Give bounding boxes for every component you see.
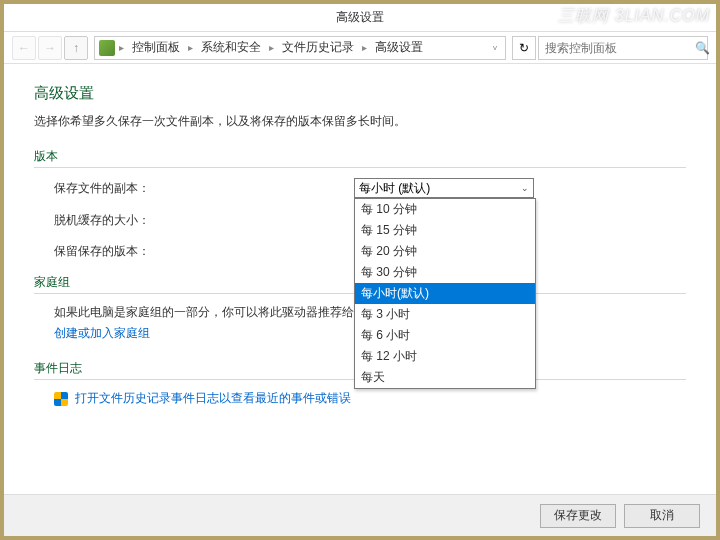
search-icon: 🔍 (695, 41, 710, 55)
dropdown-option[interactable]: 每 10 分钟 (355, 199, 535, 220)
chevron-down-icon[interactable]: v (489, 43, 501, 52)
save-button[interactable]: 保存更改 (540, 504, 616, 528)
search-box[interactable]: 🔍 (538, 36, 708, 60)
field-label: 脱机缓存的大小： (54, 212, 354, 229)
arrow-left-icon: ← (18, 41, 30, 55)
refresh-button[interactable]: ↻ (512, 36, 536, 60)
footer: 保存更改 取消 (4, 494, 716, 536)
dropdown-option[interactable]: 每 12 小时 (355, 346, 535, 367)
dropdown-option[interactable]: 每 15 分钟 (355, 220, 535, 241)
homegroup-link[interactable]: 创建或加入家庭组 (54, 326, 150, 340)
back-button[interactable]: ← (12, 36, 36, 60)
breadcrumb[interactable]: ▸ 控制面板 ▸ 系统和安全 ▸ 文件历史记录 ▸ 高级设置 v (94, 36, 506, 60)
dropdown-option[interactable]: 每 6 小时 (355, 325, 535, 346)
eventlog-link[interactable]: 打开文件历史记录事件日志以查看最近的事件或错误 (75, 391, 351, 405)
dropdown-list: 每 10 分钟 每 15 分钟 每 20 分钟 每 30 分钟 每小时(默认) … (354, 198, 536, 389)
forward-button[interactable]: → (38, 36, 62, 60)
breadcrumb-item[interactable]: 文件历史记录 (278, 37, 358, 58)
breadcrumb-item[interactable]: 系统和安全 (197, 37, 265, 58)
combobox-value: 每小时 (默认) (359, 180, 430, 197)
window-title: 高级设置 (336, 9, 384, 26)
chevron-right-icon: ▸ (267, 42, 276, 53)
content-area: 高级设置 选择你希望多久保存一次文件副本，以及将保存的版本保留多长时间。 版本 … (4, 64, 716, 494)
dropdown-option[interactable]: 每 3 小时 (355, 304, 535, 325)
save-copies-combobox[interactable]: 每小时 (默认) ⌄ 每 10 分钟 每 15 分钟 每 20 分钟 每 30 … (354, 178, 534, 198)
arrow-right-icon: → (44, 41, 56, 55)
up-button[interactable]: ↑ (64, 36, 88, 60)
window: 高级设置 ← → ↑ ▸ 控制面板 ▸ 系统和安全 ▸ 文件历史记录 ▸ 高级设… (4, 4, 716, 536)
search-input[interactable] (545, 41, 695, 55)
dropdown-option-selected[interactable]: 每小时(默认) (355, 283, 535, 304)
chevron-right-icon: ▸ (117, 42, 126, 53)
cancel-button[interactable]: 取消 (624, 504, 700, 528)
field-label: 保存文件的副本： (54, 180, 354, 197)
dropdown-option[interactable]: 每天 (355, 367, 535, 388)
page-description: 选择你希望多久保存一次文件副本，以及将保存的版本保留多长时间。 (34, 113, 686, 130)
shield-icon (54, 392, 68, 406)
watermark-text: 三联网 3LIAN.COM (558, 6, 710, 27)
arrow-up-icon: ↑ (73, 41, 79, 55)
breadcrumb-item[interactable]: 高级设置 (371, 37, 427, 58)
dropdown-option[interactable]: 每 20 分钟 (355, 241, 535, 262)
breadcrumb-item[interactable]: 控制面板 (128, 37, 184, 58)
control-panel-icon (99, 40, 115, 56)
chevron-right-icon: ▸ (186, 42, 195, 53)
chevron-down-icon: ⌄ (521, 183, 529, 193)
field-save-copies: 保存文件的副本： 每小时 (默认) ⌄ 每 10 分钟 每 15 分钟 每 20… (54, 178, 686, 198)
dropdown-option[interactable]: 每 30 分钟 (355, 262, 535, 283)
section-header-versions: 版本 (34, 148, 686, 168)
refresh-icon: ↻ (519, 41, 529, 55)
section-body-eventlog: 打开文件历史记录事件日志以查看最近的事件或错误 (54, 390, 686, 407)
field-label: 保留保存的版本： (54, 243, 354, 260)
page-title: 高级设置 (34, 84, 686, 103)
chevron-right-icon: ▸ (360, 42, 369, 53)
navbar: ← → ↑ ▸ 控制面板 ▸ 系统和安全 ▸ 文件历史记录 ▸ 高级设置 v ↻… (4, 32, 716, 64)
